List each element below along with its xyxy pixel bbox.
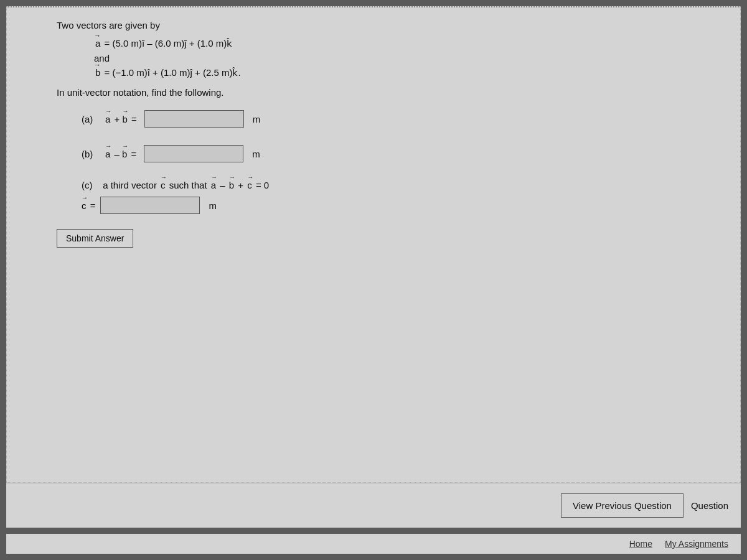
part-c-desc-text: a third vector → c such that → a – → b +… <box>103 180 269 190</box>
part-c-input-row: → c = m <box>82 197 715 214</box>
part-b-unit: m <box>252 149 260 159</box>
instruction-text: In unit-vector notation, find the follow… <box>57 87 715 98</box>
submit-section: Submit Answer <box>57 229 715 248</box>
part-a-row: (a) → a + → b = m <box>82 110 715 128</box>
part-b-input[interactable] <box>144 145 243 162</box>
submit-button[interactable]: Submit Answer <box>57 229 133 248</box>
part-c-expr: → c = <box>82 200 95 211</box>
part-a-label: (a) <box>82 114 100 124</box>
part-a-expr: → a + → b = <box>105 114 137 124</box>
footer-links: Home My Assignments <box>6 534 741 554</box>
bottom-bar: View Previous Question Question <box>6 483 741 528</box>
part-c-label: (c) <box>82 180 93 190</box>
home-link[interactable]: Home <box>629 539 652 549</box>
part-a-input[interactable] <box>144 110 244 128</box>
and-text: and <box>94 53 715 63</box>
part-c-unit: m <box>209 200 217 211</box>
question-intro: Two vectors are given by <box>57 20 715 30</box>
view-previous-question-button[interactable]: View Previous Question <box>561 493 684 518</box>
part-b-expr: → a – → b = <box>105 149 136 159</box>
vector-a-equation: → a = (5.0 m)î – (6.0 m)ĵ + (1.0 m)k̂ <box>94 38 715 49</box>
part-a-unit: m <box>253 114 261 124</box>
part-c-description: (c) a third vector → c such that → a – →… <box>82 180 715 190</box>
my-assignments-link[interactable]: My Assignments <box>665 539 728 549</box>
question-label: Question <box>691 500 728 511</box>
part-b-row: (b) → a – → b = m <box>82 145 715 162</box>
part-c-input[interactable] <box>100 197 200 214</box>
vector-b-equation: → b = (−1.0 m)î + (1.0 m)ĵ + (2.5 m)k̂. <box>94 67 715 78</box>
part-c-container: (c) a third vector → c such that → a – →… <box>82 180 715 214</box>
part-b-label: (b) <box>82 149 100 159</box>
